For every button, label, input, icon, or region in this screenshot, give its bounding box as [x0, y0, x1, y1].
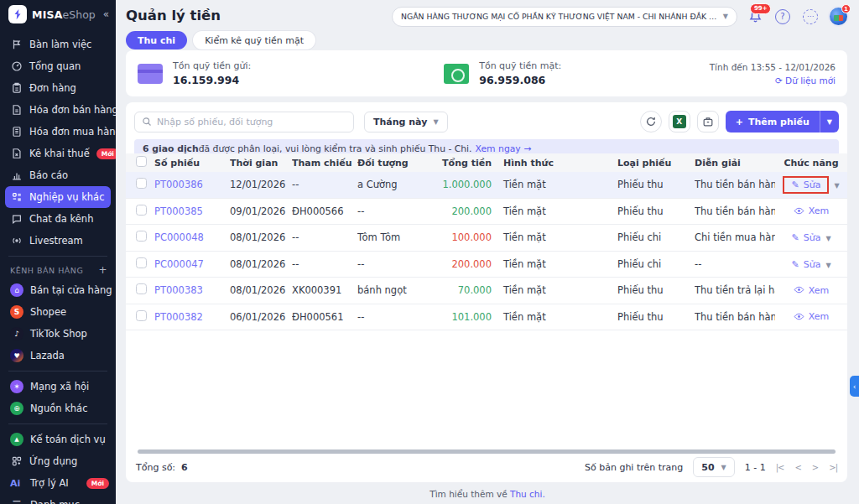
new-badge: Mới [96, 148, 116, 159]
chevron-down-icon[interactable]: ▼ [825, 262, 830, 269]
table-row[interactable]: PT000385 09/01/2026 ĐH000566 -- 200.000 … [126, 199, 847, 226]
sidebar-item-nghiep-vu-khac[interactable]: Nghiệp vụ khác [5, 186, 111, 208]
sidebar-item-mang-xa-hoi[interactable]: Mạng xã hội [0, 376, 116, 397]
sidebar-item-tro-ly-ai[interactable]: Ai Trợ lý AI Mới [0, 472, 116, 494]
add-voucher-dropdown[interactable]: ▼ [820, 111, 839, 132]
sidebar-item-ung-dung[interactable]: Ứng dụng [0, 450, 116, 472]
voucher-link[interactable]: PC000047 [154, 258, 204, 270]
notifications-button[interactable]: 99+ [745, 7, 765, 27]
ellipsis-icon: ⋯ [803, 9, 818, 24]
sidebar-item-tong-quan[interactable]: Tổng quan [0, 55, 116, 77]
sidebar-item-don-hang[interactable]: Đơn hàng [0, 77, 116, 99]
cashbox-icon [702, 116, 714, 127]
search-box[interactable] [134, 112, 354, 132]
sidebar-item-shopee[interactable]: Shopee [0, 301, 116, 323]
tab-thu-chi[interactable]: Thu chi [126, 31, 187, 49]
sidebar-item-ke-toan-dich-vu[interactable]: Kế toán dịch vụ [0, 429, 116, 450]
cashbox-button[interactable] [697, 111, 719, 132]
chevron-down-icon[interactable]: ▼ [825, 235, 830, 242]
row-checkbox[interactable] [136, 178, 147, 189]
edit-icon [791, 232, 799, 243]
sidebar-item-ban-tai-cua-hang[interactable]: Bán tại cửa hàng [0, 279, 116, 301]
new-badge: Mới [86, 478, 109, 489]
voucher-link[interactable]: PT000383 [154, 284, 203, 296]
learn-more-note: Tìm hiểu thêm về Thu chi. [116, 489, 859, 499]
total-label: Tổng số: [136, 462, 175, 473]
expand-panel-button[interactable]: ‹ [850, 376, 859, 397]
avatar[interactable]: 1 [828, 6, 849, 27]
voucher-link[interactable]: PT000382 [154, 311, 203, 323]
notification-badge: 99+ [750, 3, 771, 14]
sidebar-item-ban-lam-viec[interactable]: Bàn làm việc [0, 34, 116, 55]
new-data-link[interactable]: ⟳ Dữ liệu mới [710, 75, 836, 86]
last-page-button[interactable]: >| [829, 463, 837, 472]
logo-row: MISAeShop « [0, 0, 116, 29]
edit-icon [791, 179, 799, 190]
row-checkbox[interactable] [136, 283, 147, 294]
tiktok-icon [10, 327, 23, 340]
sidebar-item-tiktok-shop[interactable]: TikTok Shop [0, 323, 116, 345]
sidebar-item-hoa-don-mua-hang[interactable]: Hóa đơn mua hàng [0, 121, 116, 143]
globe-icon [10, 402, 23, 415]
voucher-link[interactable]: PT000385 [154, 205, 203, 217]
add-channel-icon[interactable]: + [98, 264, 107, 276]
select-all-checkbox[interactable] [136, 156, 147, 167]
deposit-value: 16.159.994 [173, 74, 251, 86]
sidebar-item-nguon-khac[interactable]: Nguồn khác [0, 397, 116, 419]
horizontal-scrollbar[interactable] [138, 449, 836, 454]
sidebar-item-livestream[interactable]: Livestream [0, 230, 116, 252]
thu-chi-link[interactable]: Thu chi. [510, 489, 545, 499]
sidebar-item-hoa-don-ban-hang[interactable]: Hóa đơn bán hàng [0, 99, 116, 121]
annotation-highlight: Sửa [783, 176, 829, 194]
period-filter-dropdown[interactable]: Tháng này ▼ [364, 112, 448, 132]
edit-button[interactable]: Sửa [791, 259, 820, 270]
bank-selector[interactable]: NGÂN HÀNG THƯƠNG MẠI CỔ PHẦN KỸ THƯƠNG V… [392, 7, 737, 27]
eye-icon [794, 311, 804, 323]
clipboard-icon [10, 82, 23, 95]
row-checkbox[interactable] [136, 310, 147, 321]
edit-icon [791, 259, 799, 270]
row-checkbox[interactable] [136, 231, 147, 242]
voucher-link[interactable]: PC000048 [154, 231, 204, 243]
document-lines-icon [10, 126, 23, 138]
tab-kiem-ke-quy-tien-mat[interactable]: Kiểm kê quỹ tiền mặt [193, 31, 315, 49]
table-row[interactable]: PT000383 08/01/2026 XK000391 bánh ngọt 7… [126, 278, 847, 304]
chevron-down-icon[interactable]: ▼ [834, 182, 839, 190]
view-button[interactable]: Xem [794, 284, 830, 296]
edit-button[interactable]: Sửa [791, 179, 820, 190]
prev-page-button[interactable]: < [794, 463, 800, 472]
chevron-down-icon: ▼ [433, 118, 438, 126]
sidebar-item-ke-khai-thue[interactable]: Kê khai thuế Mới [0, 143, 116, 164]
next-page-button[interactable]: > [812, 463, 818, 472]
first-page-button[interactable]: |< [776, 463, 784, 472]
table-header: Số phiếu Thời gian Tham chiếu Đối tượng … [126, 153, 847, 172]
edit-button[interactable]: Sửa [791, 232, 820, 243]
brand-name: MISA [32, 8, 63, 21]
add-voucher-button[interactable]: +Thêm phiếu ▼ [726, 111, 839, 132]
table-row[interactable]: PT000386 12/01/2026 -- a Cường 1.000.000… [126, 172, 847, 199]
chevron-down-icon: ▼ [723, 13, 728, 20]
sidebar-collapse-icon[interactable]: « [103, 8, 109, 20]
more-button[interactable]: ⋯ [800, 7, 820, 27]
table-row[interactable]: PC000047 08/01/2026 -- -- 200.000 Tiền m… [126, 252, 847, 278]
sidebar-item-chat-da-kenh[interactable]: Chat đa kênh [0, 208, 116, 230]
sidebar-item-danh-muc[interactable]: ☰ Danh mục [0, 494, 116, 504]
view-button[interactable]: Xem [794, 205, 830, 217]
divider [8, 256, 107, 257]
export-excel-button[interactable]: X [669, 111, 690, 132]
refresh-button[interactable] [640, 111, 662, 132]
help-button[interactable]: ? [773, 7, 793, 27]
document-x-icon [10, 148, 23, 160]
row-checkbox[interactable] [136, 257, 147, 268]
search-input[interactable] [157, 117, 346, 127]
voucher-link[interactable]: PT000386 [154, 179, 203, 190]
sidebar-item-lazada[interactable]: Lazada [0, 345, 116, 366]
view-button[interactable]: Xem [794, 311, 830, 323]
page-title: Quản lý tiền [126, 8, 221, 23]
sidebar-item-bao-cao[interactable]: Báo cáo [0, 164, 116, 186]
row-checkbox[interactable] [136, 205, 147, 216]
per-page-dropdown[interactable]: 50 ▼ [693, 457, 734, 477]
table-body: PT000386 12/01/2026 -- a Cường 1.000.000… [126, 172, 847, 330]
table-row[interactable]: PT000382 06/01/2026 ĐH000561 -- 101.000 … [126, 304, 847, 331]
table-row[interactable]: PC000048 08/01/2026 -- Tôm Tôm 100.000 T… [126, 225, 847, 252]
